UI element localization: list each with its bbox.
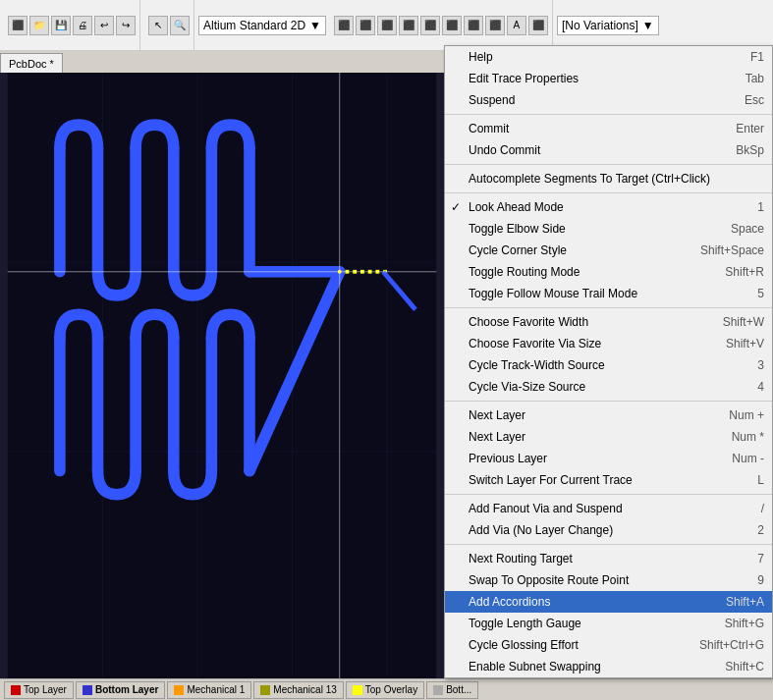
menu-item-cycle-via-size[interactable]: Cycle Via-Size Source4 [445,376,772,398]
layer-color-bottom-layer [83,685,92,695]
menu-item-cycle-corner[interactable]: Cycle Corner StyleShift+Space [445,240,772,261]
region-btn[interactable]: ⬛ [442,16,462,35]
text-btn[interactable]: A [507,16,526,35]
toolbar-left-section: ⬛ 📁 💾 🖨 ↩ ↪ [4,0,140,50]
pad-btn[interactable]: ⬛ [377,16,397,35]
menu-shortcut-choose-width: Shift+W [723,315,764,329]
menu-label-toggle-routing: Toggle Routing Mode [469,265,705,279]
menu-shortcut-add-via: 2 [757,523,764,537]
layer-color-top-overlay [353,685,362,695]
menu-shortcut-cycle-via-size: 4 [757,380,764,394]
menu-item-undo-commit[interactable]: Undo CommitBkSp [445,139,772,161]
via-btn[interactable]: ⬛ [356,16,375,35]
menu-label-choose-via: Choose Favorite Via Size [469,337,706,350]
fill-btn[interactable]: ⬛ [420,16,440,35]
2d-mode-dropdown[interactable]: Altium Standard 2D ▼ [198,16,326,35]
menu-item-prev-layer[interactable]: Previous LayerNum - [445,448,772,469]
layer-color-bott [433,685,443,695]
menu-label-autocomplete: Autocomplete Segments To Target (Ctrl+Cl… [469,172,764,186]
menu-item-next-layer[interactable]: Next LayerNum + [445,404,772,426]
layer-tab-mechanical1[interactable]: Mechanical 1 [167,681,251,699]
menu-label-add-accordions: Add Accordions [469,595,706,609]
menu-shortcut-cycle-track-width: 3 [757,358,764,372]
menu-item-cycle-glossing[interactable]: Cycle Glossing EffortShift+Ctrl+G [445,634,772,656]
menu-shortcut-add-fanout: / [761,502,764,515]
menu-label-help: Help [469,50,731,64]
print-btn[interactable]: 🖨 [73,16,92,35]
menu-item-enable-subnet[interactable]: Enable Subnet SwappingShift+C [445,656,772,677]
menu-item-edit-trace[interactable]: Edit Trace PropertiesTab [445,68,772,89]
menu-shortcut-undo-commit: BkSp [736,143,764,157]
zoom-btn[interactable]: 🔍 [170,16,190,35]
layer-tab-bott[interactable]: Bott... [426,681,478,699]
layer-tab-top-overlay[interactable]: Top Overlay [346,681,424,699]
context-menu: HelpF1Edit Trace PropertiesTabSuspendEsc… [444,45,773,678]
open-btn[interactable]: 📁 [29,16,49,35]
layer-label-mechanical1: Mechanical 1 [187,684,245,695]
menu-label-suspend: Suspend [469,93,725,107]
variations-dropdown[interactable]: [No Variations] ▼ [557,16,659,35]
menu-item-toggle-length[interactable]: Toggle Length GaugeShift+G [445,613,772,634]
variations-label: [No Variations] [562,19,638,32]
menu-item-switch-layer[interactable]: Switch Layer For Current TraceL [445,469,772,491]
layer-label-bottom-layer: Bottom Layer [95,684,158,695]
menu-item-toggle-routing[interactable]: Toggle Routing ModeShift+R [445,261,772,283]
menu-item-commit[interactable]: CommitEnter [445,118,772,139]
menu-item-swap-opposite[interactable]: Swap To Opposite Route Point9 [445,569,772,591]
statusbar: Top LayerBottom LayerMechanical 1Mechani… [0,678,773,700]
trace-btn[interactable]: ⬛ [399,16,418,35]
menu-item-suspend[interactable]: SuspendEsc [445,89,772,111]
menu-item-autocomplete[interactable]: Autocomplete Segments To Target (Ctrl+Cl… [445,168,772,189]
select-btn[interactable]: ↖ [148,16,168,35]
redo-btn[interactable]: ↪ [116,16,136,35]
menu-shortcut-next-layer2: Num * [732,430,764,444]
menu-item-look-ahead[interactable]: ✓Look Ahead Mode1 [445,196,772,218]
menu-item-add-accordions[interactable]: Add AccordionsShift+A [445,591,772,613]
menu-item-next-routing-target[interactable]: Next Routing Target7 [445,548,772,569]
menu-label-cycle-via-size: Cycle Via-Size Source [469,380,738,394]
menu-item-help[interactable]: HelpF1 [445,46,772,68]
menu-shortcut-commit: Enter [736,122,764,135]
layer-color-top-layer [11,685,21,695]
keepout-btn[interactable]: ⬛ [485,16,505,35]
menu-item-next-layer2[interactable]: Next LayerNum * [445,426,772,448]
layer-label-bott: Bott... [446,684,471,695]
menu-item-toggle-elbow[interactable]: Toggle Elbow SideSpace [445,218,772,240]
save-btn[interactable]: 💾 [51,16,71,35]
poly-btn[interactable]: ⬛ [464,16,483,35]
menu-item-toggle-mouse-trail[interactable]: Toggle Follow Mouse Trail Mode5 [445,283,772,304]
layer-tab-mechanical13[interactable]: Mechanical 13 [253,681,343,699]
menu-shortcut-swap-opposite: 9 [757,573,764,587]
toolbar-routing-section: ⬛ ⬛ ⬛ ⬛ ⬛ ⬛ ⬛ ⬛ A ⬛ [330,0,553,50]
menu-shortcut-enable-subnet: Shift+C [725,660,764,673]
layer-tab-top-layer[interactable]: Top Layer [4,681,74,699]
menu-label-add-via: Add Via (No Layer Change) [469,523,738,537]
menu-shortcut-next-routing-target: 7 [757,552,764,565]
menu-shortcut-cycle-glossing: Shift+Ctrl+G [699,638,764,652]
menu-label-enable-subnet: Enable Subnet Swapping [469,660,705,673]
menu-label-next-layer2: Next Layer [469,430,712,444]
menu-shortcut-help: F1 [750,50,764,64]
undo-btn[interactable]: ↩ [94,16,114,35]
menu-item-choose-width[interactable]: Choose Favorite WidthShift+W [445,311,772,333]
route-btn[interactable]: ⬛ [334,16,354,35]
menu-item-choose-via[interactable]: Choose Favorite Via SizeShift+V [445,333,772,354]
new-btn[interactable]: ⬛ [8,16,28,35]
layer-tab-bottom-layer[interactable]: Bottom Layer [76,681,165,699]
menu-separator-next-routing-target [445,544,772,545]
dim-btn[interactable]: ⬛ [528,16,548,35]
menu-item-add-via[interactable]: Add Via (No Layer Change)2 [445,519,772,541]
menu-shortcut-edit-trace: Tab [745,72,764,85]
menu-item-cycle-track-width[interactable]: Cycle Track-Width Source3 [445,354,772,376]
menu-label-undo-commit: Undo Commit [469,143,716,157]
pcb-doc-tab[interactable]: PcbDoc * [0,53,63,73]
layer-label-top-overlay: Top Overlay [365,684,417,695]
menu-label-next-layer: Next Layer [469,408,709,422]
menu-item-add-fanout[interactable]: Add Fanout Via and Suspend/ [445,498,772,519]
menu-shortcut-cycle-corner: Shift+Space [700,243,764,257]
menu-separator-look-ahead [445,192,772,193]
menu-separator-next-layer [445,401,772,402]
menu-shortcut-switch-layer: L [757,473,764,487]
layer-label-top-layer: Top Layer [24,684,67,695]
menu-shortcut-look-ahead: 1 [757,200,764,214]
